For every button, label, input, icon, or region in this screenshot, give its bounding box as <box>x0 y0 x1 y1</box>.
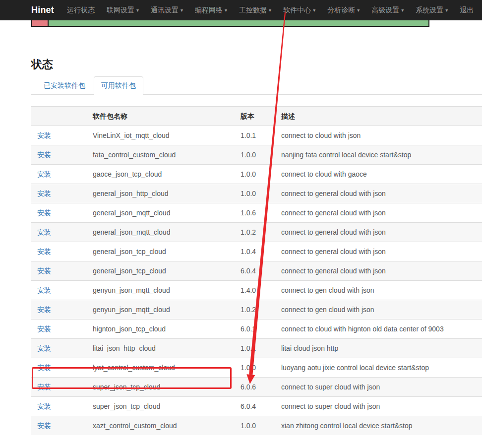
package-description: litai cloud json http <box>275 339 482 358</box>
package-description: connect to general cloud with json <box>275 261 482 281</box>
nav-item-label: 运行状态 <box>67 6 95 15</box>
package-name: genyun_json_mqtt_cloud <box>87 300 235 320</box>
install-link[interactable]: 安装 <box>37 325 51 333</box>
nav-item-label: 编程网络 <box>195 6 223 15</box>
package-name: xazt_control_custom_cloud <box>87 416 235 436</box>
table-row: 安装genyun_json_mqtt_cloud1.4.0connect to … <box>31 281 482 300</box>
install-link[interactable]: 安装 <box>37 267 51 275</box>
tabs: 已安装软件包可用软件包 <box>31 76 482 95</box>
package-name: genyun_json_mqtt_cloud <box>87 281 235 300</box>
table-row: 安装super_json_tcp_cloud6.0.4connect to su… <box>31 397 482 416</box>
package-version: 6.0.4 <box>235 261 275 281</box>
nav-item[interactable]: 分析诊断▾ <box>321 0 365 20</box>
nav-item-label: 工控数据 <box>239 6 267 15</box>
col-header-version: 版本 <box>235 107 275 126</box>
navbar-menu: 运行状态联网设置▾通讯设置▾编程网络▾工控数据▾软件中心▾分析诊断▾高级设置▾系… <box>61 0 480 20</box>
col-header-action <box>31 107 87 126</box>
tab-available-packages[interactable]: 可用软件包 <box>94 76 143 95</box>
package-description: connect to gen cloud with json <box>275 300 482 320</box>
table-row: 安装general_json_http_cloud1.0.0connect to… <box>31 184 482 203</box>
nav-item[interactable]: 联网设置▾ <box>101 0 145 20</box>
package-version: 1.0.0 <box>235 358 275 378</box>
table-row: 安装genyun_json_mqtt_cloud1.0.2connect to … <box>31 300 482 320</box>
package-description: connect to gen cloud with json <box>275 281 482 300</box>
install-link[interactable]: 安装 <box>37 402 51 410</box>
col-header-description: 描述 <box>275 107 482 126</box>
package-version: 1.0.6 <box>235 203 275 223</box>
package-version: 1.0.2 <box>235 300 275 320</box>
nav-item[interactable]: 退出 <box>454 0 480 20</box>
nav-item[interactable]: 软件中心▾ <box>277 0 321 20</box>
nav-item[interactable]: 运行状态 <box>61 0 101 20</box>
install-link[interactable]: 安装 <box>37 209 51 217</box>
package-version: 1.0.1 <box>235 126 275 145</box>
package-version: 6.0.6 <box>235 378 275 397</box>
install-link[interactable]: 安装 <box>37 248 51 256</box>
table-row: 安装general_json_mqtt_cloud1.0.6connect to… <box>31 203 482 223</box>
chevron-down-icon: ▾ <box>136 7 139 13</box>
nav-item[interactable]: 系统设置▾ <box>410 0 454 20</box>
nav-item-label: 分析诊断 <box>327 6 355 15</box>
nav-item-label: 高级设置 <box>371 6 399 15</box>
package-description: nanjing fata control local device start&… <box>275 145 482 165</box>
package-name: fata_control_custom_cloud <box>87 145 235 165</box>
chevron-down-icon: ▾ <box>445 7 448 13</box>
nav-item[interactable]: 通讯设置▾ <box>145 0 189 20</box>
install-link[interactable]: 安装 <box>37 422 51 430</box>
package-description: connect to general cloud with json <box>275 223 482 242</box>
package-name: gaoce_json_tcp_cloud <box>87 165 235 184</box>
package-description: luoyang aotu jixie control local device … <box>275 358 482 378</box>
install-link[interactable]: 安装 <box>37 151 51 159</box>
chevron-down-icon: ▾ <box>225 7 227 13</box>
package-version: 1.0.0 <box>235 416 275 436</box>
nav-item[interactable]: 编程网络▾ <box>189 0 233 20</box>
install-link[interactable]: 安装 <box>37 190 51 197</box>
install-link[interactable]: 安装 <box>37 306 51 314</box>
package-name: general_json_mqtt_cloud <box>87 223 235 242</box>
col-header-name: 软件包名称 <box>87 107 235 126</box>
table-row: 安装hignton_json_tcp_cloud6.0.1connect to … <box>31 320 482 339</box>
table-row: 安装xazt_control_custom_cloud1.0.0xian zhi… <box>31 416 482 436</box>
package-version: 1.0.0 <box>235 184 275 203</box>
package-description: connect to general cloud with json <box>275 242 482 261</box>
page-title: 状态 <box>31 58 482 71</box>
chevron-down-icon: ▾ <box>313 7 315 13</box>
package-version: 1.0.0 <box>235 145 275 165</box>
chevron-down-icon: ▾ <box>269 7 271 13</box>
table-row: 安装general_json_tcp_cloud1.0.4connect to … <box>31 242 482 261</box>
table-row: 安装fata_control_custom_cloud1.0.0nanjing … <box>31 145 482 165</box>
package-name: general_json_tcp_cloud <box>87 261 235 281</box>
package-description: connect to cloud with json <box>275 126 482 145</box>
tab-installed-packages[interactable]: 已安装软件包 <box>36 76 93 95</box>
nav-item[interactable]: 高级设置▾ <box>365 0 410 20</box>
package-version: 1.0.4 <box>235 242 275 261</box>
package-description: xian zhitong control local device start&… <box>275 416 482 436</box>
package-version: 1.0.0 <box>235 165 275 184</box>
package-name: VineLinX_iot_mqtt_cloud <box>87 126 235 145</box>
package-name: general_json_http_cloud <box>87 184 235 203</box>
package-description: connect to cloud with hignton old data c… <box>275 320 482 339</box>
nav-item-label: 退出 <box>460 6 474 15</box>
table-row: 安装gaoce_json_tcp_cloud1.0.0connect to cl… <box>31 165 482 184</box>
table-row: 安装general_json_mqtt_cloud1.0.2connect to… <box>31 223 482 242</box>
package-version: 1.0.2 <box>235 223 275 242</box>
nav-item[interactable]: 工控数据▾ <box>233 0 277 20</box>
package-name: general_json_tcp_cloud <box>87 242 235 261</box>
table-row: 安装general_json_tcp_cloud6.0.4connect to … <box>31 261 482 281</box>
package-version: 1.0.1 <box>235 339 275 358</box>
brand-logo[interactable]: Hinet <box>0 5 61 15</box>
package-version: 1.4.0 <box>235 281 275 300</box>
top-navbar: Hinet 运行状态联网设置▾通讯设置▾编程网络▾工控数据▾软件中心▾分析诊断▾… <box>0 0 482 20</box>
package-version: 6.0.1 <box>235 320 275 339</box>
install-link[interactable]: 安装 <box>37 131 51 139</box>
package-description: connect to general cloud with json <box>275 184 482 203</box>
install-link[interactable]: 安装 <box>37 344 51 352</box>
install-link[interactable]: 安装 <box>37 286 51 294</box>
nav-item-label: 联网设置 <box>107 6 134 15</box>
package-version: 6.0.4 <box>235 397 275 416</box>
package-description: connect to cloud with gaoce <box>275 165 482 184</box>
install-link[interactable]: 安装 <box>37 228 51 236</box>
package-description: connect to super cloud with json <box>275 378 482 397</box>
install-link[interactable]: 安装 <box>37 170 51 178</box>
annotation-highlight-box <box>32 367 232 389</box>
